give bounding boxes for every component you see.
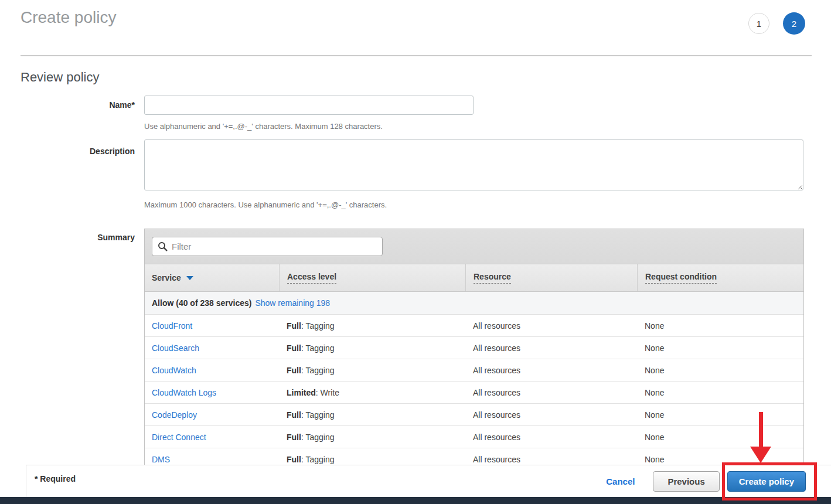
policy-name-input[interactable] [144,96,474,115]
service-cell: CloudFront [145,315,279,336]
table-row: Direct Connect Full: Tagging All resourc… [145,426,803,448]
step-2-indicator: 2 [783,12,805,35]
access-level-cell: Full: Tagging [279,426,465,448]
show-remaining-link[interactable]: Show remaining 198 [255,298,330,308]
service-link[interactable]: CloudSearch [152,343,199,353]
service-cell: CloudWatch [145,359,279,381]
service-cell: Direct Connect [145,426,279,448]
service-cell: CloudWatch Logs [145,382,279,403]
allow-group-row: Allow (40 of 238 services) Show remainin… [145,292,803,315]
resource-cell: All resources [465,404,637,425]
request-condition-cell: None [637,359,805,381]
table-row: CloudSearch Full: Tagging All resources … [145,337,803,359]
service-link[interactable]: Direct Connect [152,433,206,442]
wizard-step-indicators: 1 2 [748,12,805,35]
table-row: CloudFront Full: Tagging All resources N… [145,315,803,337]
allow-group-label: Allow (40 of 238 services) [152,298,251,308]
service-link[interactable]: CloudWatch Logs [152,388,216,397]
bottom-dark-bar [0,497,831,504]
footer-actions: Cancel Previous Create policy [606,465,806,498]
request-condition-cell: None [637,426,805,448]
request-condition-cell: None [637,404,805,425]
summary-panel: Service Access level Resource Request co… [144,229,804,471]
service-cell: CodeDeploy [145,404,279,425]
column-header-request-condition[interactable]: Request condition [637,264,805,291]
resource-cell: All resources [465,315,637,336]
service-link[interactable]: CloudFront [152,321,192,331]
table-row: CloudWatch Full: Tagging All resources N… [145,359,803,382]
service-link[interactable]: CodeDeploy [152,410,197,420]
name-helper-text: Use alphanumeric and '+=,.@-_' character… [144,122,383,131]
table-row: CloudWatch Logs Limited: Write All resou… [145,382,803,404]
resource-cell: All resources [465,337,637,359]
page-title: Create policy [21,8,116,27]
step-1-indicator: 1 [748,13,769,34]
resource-cell: All resources [465,359,637,381]
table-row: CodeDeploy Full: Tagging All resources N… [145,404,803,426]
header-divider [21,55,812,56]
filter-band [145,229,803,264]
policy-description-textarea[interactable] [144,139,803,190]
search-icon [158,241,168,251]
create-policy-button[interactable]: Create policy [727,471,806,492]
name-label: Name* [0,100,135,110]
resource-cell: All resources [465,426,637,448]
column-header-access-level[interactable]: Access level [279,264,465,291]
access-level-cell: Full: Tagging [279,404,465,425]
access-level-cell: Limited: Write [279,382,465,403]
access-level-cell: Full: Tagging [279,337,465,359]
access-level-cell: Full: Tagging [279,315,465,336]
filter-input[interactable] [172,241,377,251]
request-condition-cell: None [637,382,805,403]
access-level-cell: Full: Tagging [279,359,465,381]
required-note: * Required [35,474,76,483]
previous-button[interactable]: Previous [653,471,719,492]
column-header-service[interactable]: Service [145,264,279,291]
service-cell: CloudSearch [145,337,279,359]
sort-descending-icon [186,276,193,280]
table-body: CloudFront Full: Tagging All resources N… [145,315,803,471]
request-condition-cell: None [637,315,805,336]
request-condition-cell: None [637,337,805,359]
review-policy-heading: Review policy [21,70,100,85]
description-label: Description [0,147,135,156]
table-header-row: Service Access level Resource Request co… [145,264,803,292]
service-link[interactable]: DMS [152,455,170,464]
filter-box[interactable] [152,237,383,256]
service-link[interactable]: CloudWatch [152,366,196,375]
cancel-link[interactable]: Cancel [606,476,635,486]
footer-bar: * Required Cancel Previous Create policy [26,465,831,497]
summary-label: Summary [0,233,135,242]
column-header-resource[interactable]: Resource [465,264,637,291]
resource-cell: All resources [465,382,637,403]
description-helper-text: Maximum 1000 characters. Use alphanumeri… [144,200,387,209]
